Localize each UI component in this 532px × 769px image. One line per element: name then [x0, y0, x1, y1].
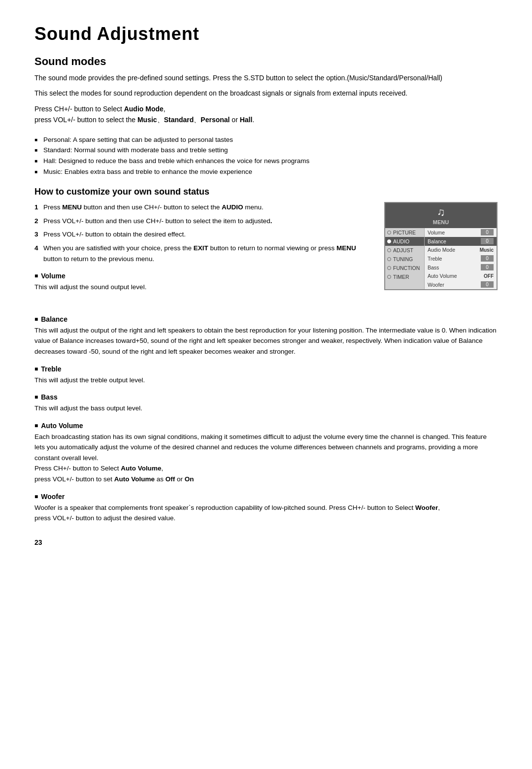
volume-block: Volume This will adjust the sound output… — [34, 272, 369, 293]
menu-right-panel: Volume 0 Balance 0 Audio Mode Music Treb… — [425, 228, 497, 289]
menu-audio: AUDIO — [385, 237, 424, 246]
bullet-standard: Standard: Normal sound with moderate bas… — [34, 145, 498, 156]
treble-heading: Treble — [34, 365, 498, 373]
menu-diagram: ♫ MENU PICTURE AUDIO ADJUST — [384, 202, 498, 301]
radio-function — [387, 266, 391, 270]
balance-body: This will adjust the output of the right… — [34, 325, 498, 357]
right-bass-value: 0 — [481, 264, 494, 270]
woofer-heading: Woofer — [34, 493, 498, 501]
bass-heading: Bass — [34, 393, 498, 401]
sound-modes-bullets: Personal: A spare setting that can be ad… — [34, 134, 498, 177]
menu-picture-label: PICTURE — [393, 230, 416, 235]
menu-tuning: TUNING — [385, 255, 424, 264]
radio-audio — [387, 239, 391, 243]
auto-volume-press2: press VOL+/- button to set Auto Volume a… — [34, 475, 194, 483]
radio-picture — [387, 231, 391, 234]
right-auto-volume-label: Auto Volume — [428, 273, 457, 279]
customize-section: 1 Press MENU button and then use CH+/- b… — [34, 202, 498, 301]
menu-adjust: ADJUST — [385, 246, 424, 255]
auto-volume-body1: Each broadcasting station has its own si… — [34, 433, 487, 462]
press-ch-line2: press VOL+/- button to select the Music、… — [34, 116, 254, 124]
page-number: 23 — [34, 538, 498, 546]
menu-header: ♫ MENU — [385, 203, 497, 228]
right-audio-mode-label: Audio Mode — [428, 247, 455, 253]
menu-box: ♫ MENU PICTURE AUDIO ADJUST — [384, 202, 498, 290]
woofer-body: Woofer is a speaker that complements fro… — [34, 502, 498, 524]
radio-tuning — [387, 257, 391, 261]
menu-right-audio-mode: Audio Mode Music — [425, 246, 497, 254]
sound-modes-heading: Sound modes — [34, 55, 498, 68]
right-volume-label: Volume — [428, 230, 445, 235]
menu-timer-label: TIMER — [393, 274, 409, 280]
right-balance-value: 0 — [481, 238, 494, 244]
auto-volume-press1: Press CH+/- button to Select Auto Volume… — [34, 465, 163, 472]
balance-heading: Balance — [34, 315, 498, 323]
step-3: 3 Press VOL+/- button to obtain the desi… — [34, 229, 369, 240]
radio-adjust — [387, 248, 391, 252]
menu-label-text: MENU — [433, 219, 449, 225]
step-1: 1 Press MENU button and then use CH+/- b… — [34, 202, 369, 213]
auto-volume-block: Auto Volume Each broadcasting station ha… — [34, 422, 498, 485]
menu-right-volume: Volume 0 — [425, 228, 497, 237]
radio-timer — [387, 275, 391, 279]
menu-right-auto-volume: Auto Volume OFF — [425, 272, 497, 280]
menu-timer: TIMER — [385, 272, 424, 281]
menu-adjust-label: ADJUST — [393, 247, 413, 253]
treble-body: This will adjust the treble output level… — [34, 375, 498, 386]
right-treble-label: Treble — [428, 256, 442, 262]
right-audio-mode-value: Music — [480, 247, 494, 253]
volume-body: This will adjust the sound output level. — [34, 282, 369, 293]
music-note-icon: ♫ — [437, 206, 445, 219]
right-auto-volume-value: OFF — [484, 273, 494, 279]
menu-left-panel: PICTURE AUDIO ADJUST TUNING — [385, 228, 425, 289]
menu-audio-label: AUDIO — [393, 238, 409, 244]
menu-items-row: PICTURE AUDIO ADJUST TUNING — [385, 228, 497, 289]
woofer-body2: press VOL+/- button to adjust the desire… — [34, 514, 175, 522]
page-title: Sound Adjustment — [34, 24, 498, 44]
auto-volume-heading: Auto Volume — [34, 422, 498, 430]
bass-block: Bass This will adjust the bass output le… — [34, 393, 498, 414]
right-treble-value: 0 — [481, 255, 494, 262]
menu-right-balance: Balance 0 — [425, 237, 497, 246]
auto-volume-body: Each broadcasting station has its own si… — [34, 432, 498, 485]
menu-right-bass: Bass 0 — [425, 263, 497, 272]
step-2: 2 Press VOL+/- button and then use CH+/-… — [34, 216, 369, 227]
bullet-hall: Hall: Designed to reduce the bass and tr… — [34, 156, 498, 167]
right-bass-label: Bass — [428, 265, 439, 270]
menu-tuning-label: TUNING — [393, 256, 413, 262]
menu-picture: PICTURE — [385, 228, 424, 237]
bullet-music: Music: Enables extra bass and treble to … — [34, 167, 498, 177]
customize-heading: How to customize your own sound status — [34, 187, 498, 197]
menu-function: FUNCTION — [385, 264, 424, 272]
bass-body: This will adjust the bass output level. — [34, 403, 498, 414]
right-volume-value: 0 — [481, 229, 494, 235]
menu-function-label: FUNCTION — [393, 265, 420, 271]
press-ch-block: Press CH+/- button to Select Audio Mode,… — [34, 103, 498, 126]
menu-right-treble: Treble 0 — [425, 254, 497, 263]
steps-list: 1 Press MENU button and then use CH+/- b… — [34, 202, 369, 264]
right-balance-label: Balance — [428, 238, 446, 244]
balance-block: Balance This will adjust the output of t… — [34, 315, 498, 357]
press-ch-line1: Press CH+/- button to Select Audio Mode, — [34, 105, 166, 113]
customize-text-area: 1 Press MENU button and then use CH+/- b… — [34, 202, 369, 301]
right-woofer-label: Woofer — [428, 282, 444, 288]
sound-modes-intro1: The sound mode provides the pre-defined … — [34, 73, 498, 83]
treble-block: Treble This will adjust the treble outpu… — [34, 365, 498, 386]
woofer-block: Woofer Woofer is a speaker that compleme… — [34, 493, 498, 524]
bullet-personal: Personal: A spare setting that can be ad… — [34, 134, 498, 145]
volume-heading: Volume — [34, 272, 369, 280]
menu-right-woofer: Woofer 0 — [425, 280, 497, 289]
step-4: 4 When you are satisfied with your choic… — [34, 243, 369, 264]
sound-modes-intro2: This select the modes for sound reproduc… — [34, 88, 498, 99]
woofer-body1: Woofer is a speaker that complements fro… — [34, 504, 440, 511]
right-woofer-value: 0 — [481, 281, 494, 288]
